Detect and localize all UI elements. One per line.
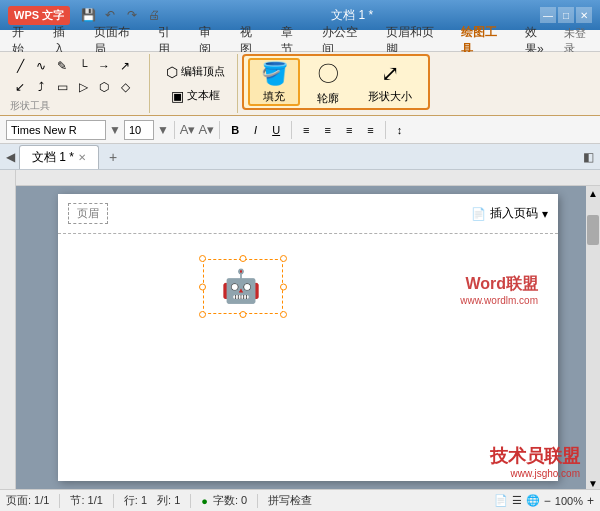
scroll-down-btn[interactable]: ▼ — [586, 478, 600, 489]
handle-mid-right[interactable] — [280, 283, 287, 290]
view-outline-btn[interactable]: ☰ — [512, 494, 522, 507]
shape-container[interactable]: 🤖 — [203, 259, 283, 314]
shape2-tool[interactable]: ▷ — [73, 77, 93, 97]
handle-mid-left[interactable] — [199, 283, 206, 290]
font-name-dropdown-icon[interactable]: ▼ — [109, 123, 121, 137]
insert-pagenum-btn[interactable]: 📄 插入页码 ▾ — [471, 205, 548, 222]
new-tab-btn[interactable]: + — [103, 147, 123, 167]
line-spacing-btn[interactable]: ↕ — [391, 120, 409, 140]
line-tool[interactable]: ╱ — [10, 56, 30, 76]
tab-nav-left[interactable]: ◀ — [6, 150, 15, 164]
doc-tabs-bar: ◀ 文档 1 * ✕ + ◧ — [0, 144, 600, 170]
handle-top[interactable] — [240, 255, 247, 262]
shape4-tool[interactable]: ◇ — [115, 77, 135, 97]
arrow4-tool[interactable]: ⤴ — [31, 77, 51, 97]
doc-scroll-area: 页眉 📄 插入页码 ▾ — [16, 170, 600, 489]
text-box-btn[interactable]: ▣ 文本框 — [165, 84, 226, 108]
minimize-btn[interactable]: — — [540, 7, 556, 23]
shape-emoji: 🤖 — [221, 267, 261, 305]
separator3 — [291, 121, 292, 139]
separator1 — [174, 121, 175, 139]
justify-btn[interactable]: ≡ — [361, 120, 379, 140]
arrow-tool[interactable]: → — [94, 56, 114, 76]
maximize-btn[interactable]: □ — [558, 7, 574, 23]
shape-size-btn[interactable]: ⤢ 形状大小 — [356, 58, 424, 106]
word-count: ● 字数: 0 — [201, 493, 247, 508]
status-sep3 — [190, 494, 191, 508]
font-color-icon[interactable]: A▾ — [180, 122, 196, 137]
status-bar: 页面: 1/1 节: 1/1 行: 1 列: 1 ● 字数: 0 拼写检查 📄 … — [0, 489, 600, 511]
scroll-up-btn[interactable]: ▲ — [586, 186, 600, 201]
status-sep4 — [257, 494, 258, 508]
handle-bot-mid[interactable] — [240, 311, 247, 318]
top-ruler — [16, 170, 600, 186]
header-zone[interactable]: 页眉 📄 插入页码 ▾ — [58, 194, 558, 234]
view-web-btn[interactable]: 🌐 — [526, 494, 540, 507]
watermark-brand2-url: www.jsgho.com — [490, 468, 580, 479]
outline-btn[interactable]: 〇 轮廓 — [302, 58, 354, 106]
shape3-tool[interactable]: ⬡ — [94, 77, 114, 97]
doc-title: 文档 1 * — [164, 7, 540, 24]
spell-check[interactable]: 拼写检查 — [268, 493, 312, 508]
col-info: 列: 1 — [157, 493, 180, 508]
fill-btn[interactable]: 🪣 填充 — [248, 58, 300, 106]
zoom-out-btn[interactable]: − — [544, 494, 551, 508]
watermark-word-league: Word联盟 www.wordlm.com — [460, 274, 538, 306]
watermark-tech-league: 技术员联盟 www.jsgho.com — [490, 444, 580, 479]
font-size-input[interactable] — [124, 120, 154, 140]
section-info: 节: 1/1 — [70, 493, 102, 508]
italic-btn[interactable]: I — [248, 120, 263, 140]
freehand-tool[interactable]: ✎ — [52, 56, 72, 76]
watermark-brand2: 技术员联盟 — [490, 444, 580, 468]
arrow3-tool[interactable]: ↙ — [10, 77, 30, 97]
handle-bot-right[interactable] — [280, 311, 287, 318]
align-center-btn[interactable]: ≡ — [319, 120, 337, 140]
handle-top-right[interactable] — [280, 255, 287, 262]
drawing-ribbon: ╱ ∿ ✎ └ → ↗ ↙ ⤴ ▭ ▷ ⬡ ◇ 形状工具 ⬡ 编辑顶点 ▣ — [0, 52, 600, 116]
edit-vertices-btn[interactable]: ⬡ 编辑顶点 — [160, 60, 231, 84]
login-status: 未登录 — [564, 26, 596, 56]
spell-check-text: 拼写检查 — [268, 493, 312, 508]
zoom-in-btn[interactable]: + — [587, 494, 594, 508]
page-info-text: 页面: 1/1 — [6, 493, 49, 508]
right-scrollbar[interactable]: ▲ ▼ — [586, 186, 600, 489]
header-label: 页眉 — [68, 203, 108, 224]
word-count-text: 字数: 0 — [213, 493, 247, 508]
outline-label: 轮廓 — [317, 91, 339, 106]
connector-tool[interactable]: └ — [73, 56, 93, 76]
shape1-tool[interactable]: ▭ — [52, 77, 72, 97]
doc-tab-active[interactable]: 文档 1 * ✕ — [19, 145, 99, 169]
format-toolbar: ▼ ▼ A▾ A▾ B I U ≡ ≡ ≡ ≡ ↕ — [0, 116, 600, 144]
left-ruler — [0, 170, 16, 489]
align-left-btn[interactable]: ≡ — [297, 120, 315, 140]
align-right-btn[interactable]: ≡ — [340, 120, 358, 140]
app-window: WPS 文字 💾 ↶ ↷ 🖨 文档 1 * — □ ✕ 开始 插入 页面布局 引… — [0, 0, 600, 511]
insert-pagenum-label: 插入页码 — [490, 205, 538, 222]
doc-tab-close-btn[interactable]: ✕ — [78, 152, 86, 163]
font-name-input[interactable] — [6, 120, 106, 140]
shape-with-handles: 🤖 — [203, 259, 283, 314]
window-controls: — □ ✕ — [540, 7, 592, 23]
underline-btn[interactable]: U — [266, 120, 286, 140]
content-area: 页眉 📄 插入页码 ▾ — [0, 170, 600, 489]
font-size-dropdown-icon[interactable]: ▼ — [157, 123, 169, 137]
status-right-controls: 📄 ☰ 🌐 − 100% + — [494, 494, 594, 508]
status-sep2 — [113, 494, 114, 508]
handle-top-left[interactable] — [199, 255, 206, 262]
ribbon-toggle-btn[interactable]: ◧ — [583, 150, 594, 164]
word-count-dot: ● — [201, 495, 208, 507]
line-info: 行: 1 — [124, 493, 147, 508]
menu-bar: 开始 插入 页面布局 引用 审阅 视图 章节 办公空间 页眉和页脚 绘图工具 效… — [0, 30, 600, 52]
arrow2-tool[interactable]: ↗ — [115, 56, 135, 76]
bold-btn[interactable]: B — [225, 120, 245, 140]
curve-tool[interactable]: ∿ — [31, 56, 51, 76]
handle-bot-left[interactable] — [199, 311, 206, 318]
font-bg-icon[interactable]: A▾ — [198, 122, 214, 137]
insert-pagenum-icon: 📄 — [471, 207, 486, 221]
close-btn[interactable]: ✕ — [576, 7, 592, 23]
doc-tab-label: 文档 1 * — [32, 149, 74, 166]
view-normal-btn[interactable]: 📄 — [494, 494, 508, 507]
insert-pagenum-dropdown[interactable]: ▾ — [542, 207, 548, 221]
separator2 — [219, 121, 220, 139]
scrollbar-thumb[interactable] — [587, 215, 599, 245]
